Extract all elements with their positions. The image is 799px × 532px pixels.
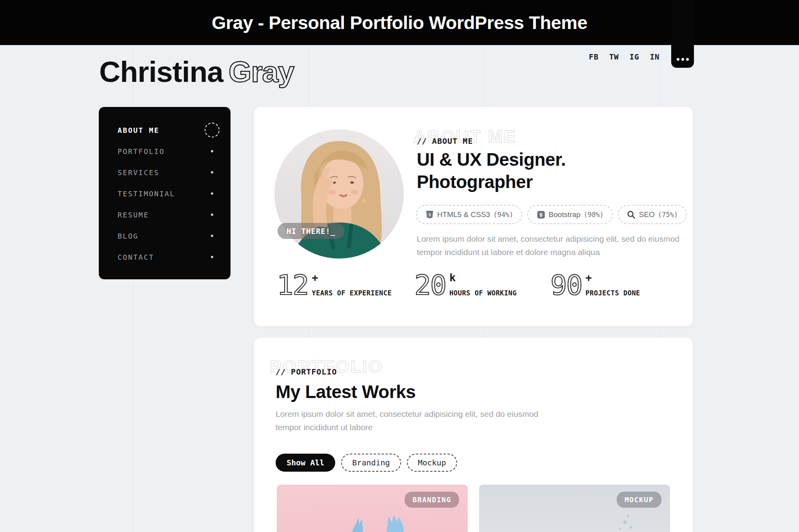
category-badge: BRANDING bbox=[405, 492, 459, 508]
about-section-label: // ABOUT ME bbox=[417, 136, 473, 146]
skill-percent: (75%) bbox=[658, 211, 678, 219]
bullet-dot-icon bbox=[205, 207, 220, 222]
about-heading: UI & UX Designer. Photographer bbox=[417, 148, 566, 193]
stat-value: 12 bbox=[277, 274, 308, 297]
stat-suffix: + bbox=[312, 274, 392, 282]
logo-last-name: Gray bbox=[229, 55, 294, 88]
logo-first-name: Christina bbox=[99, 55, 223, 88]
social-link-facebook[interactable]: FB bbox=[589, 52, 599, 61]
sidebar-menu: ABOUT ME PORTFOLIO SERVICES TESTIMONIAL … bbox=[99, 107, 231, 279]
sparkle-icon bbox=[629, 526, 632, 529]
stat-label: YEARS OF EXPERIENCE bbox=[312, 289, 392, 297]
category-badge: MOCKUP bbox=[617, 492, 661, 508]
bullet-dot-icon bbox=[205, 250, 220, 264]
sidebar-item-portfolio[interactable]: PORTFOLIO bbox=[99, 141, 231, 162]
sidebar-item-label: ABOUT ME bbox=[118, 126, 160, 134]
bullet-dot-icon bbox=[205, 228, 220, 243]
bullet-dot-icon bbox=[205, 165, 220, 180]
social-link-instagram[interactable]: IG bbox=[630, 52, 639, 61]
stat-label: PROJECTS DONE bbox=[585, 289, 640, 297]
about-heading-line2: Photographer bbox=[417, 171, 566, 193]
portfolio-item-mockup[interactable]: MOCKUP bbox=[479, 485, 670, 532]
sidebar-item-blog[interactable]: BLOG bbox=[99, 225, 231, 246]
html5-icon: 5 bbox=[425, 210, 434, 219]
skill-pill-seo: SEO(75%) bbox=[618, 205, 687, 224]
filter-branding-button[interactable]: Branding bbox=[341, 454, 401, 472]
bootstrap-icon: B bbox=[536, 210, 545, 219]
sparkle-icon bbox=[618, 527, 621, 530]
sidebar-item-label: TESTIMONIAL bbox=[118, 190, 175, 198]
social-link-linkedin[interactable]: IN bbox=[650, 52, 660, 61]
profile-photo bbox=[274, 129, 404, 259]
site-logo[interactable]: ChristinaGray bbox=[99, 55, 294, 89]
stat-value: 90 bbox=[550, 274, 582, 297]
skill-name: SEO bbox=[639, 210, 655, 219]
stat-hours-working: 20 k HOURS OF WORKING bbox=[414, 274, 517, 297]
sparkle-icon bbox=[626, 515, 629, 518]
blue-hand-artwork bbox=[347, 517, 366, 532]
sidebar-item-services[interactable]: SERVICES bbox=[99, 162, 231, 183]
bullet-dot-icon bbox=[205, 144, 220, 159]
about-section-card: HI THERE!_ ABOUT ME // ABOUT ME UI & UX … bbox=[254, 107, 693, 326]
stats-row: 12 + YEARS OF EXPERIENCE 20 k HOURS OF W… bbox=[254, 274, 693, 301]
bullet-dot-icon bbox=[205, 186, 220, 201]
social-links: FB TW IG IN bbox=[589, 52, 660, 61]
social-link-twitter[interactable]: TW bbox=[609, 52, 619, 61]
sidebar-item-testimonial[interactable]: TESTIMONIAL bbox=[99, 183, 231, 204]
sidebar-item-resume[interactable]: RESUME bbox=[99, 204, 231, 225]
sparkle-icon bbox=[623, 520, 627, 524]
portfolio-item-branding[interactable]: BRANDING bbox=[277, 485, 468, 532]
stat-years-experience: 12 + YEARS OF EXPERIENCE bbox=[277, 274, 392, 297]
sidebar-item-about-me[interactable]: ABOUT ME bbox=[99, 119, 231, 141]
blue-hand-artwork bbox=[385, 514, 407, 532]
skill-name: Bootstrap bbox=[548, 210, 580, 219]
about-description: Lorem ipsum dolor sit amet, consectetur … bbox=[417, 232, 693, 259]
theme-title: Gray - Personal Portfolio WordPress Them… bbox=[212, 12, 587, 33]
skill-pill-bootstrap: B Bootstrap(98%) bbox=[527, 205, 613, 224]
svg-text:5: 5 bbox=[428, 212, 431, 217]
skill-percent: (98%) bbox=[584, 211, 604, 219]
portfolio-heading: My Latest Works bbox=[276, 381, 416, 403]
active-dashed-circle-icon bbox=[205, 123, 220, 138]
stat-suffix: k bbox=[449, 274, 517, 282]
sidebar-item-label: SERVICES bbox=[118, 168, 160, 177]
filter-show-all-button[interactable]: Show All bbox=[276, 454, 335, 472]
portfolio-filters: Show All Branding Mockup bbox=[276, 454, 457, 472]
skills-row: 5 HTML5 & CSS3(94%) B Bootstrap(98%) SEO… bbox=[416, 205, 687, 224]
portfolio-items: BRANDING MOCKUP bbox=[277, 485, 670, 532]
sidebar-item-label: PORTFOLIO bbox=[118, 147, 165, 156]
svg-text:B: B bbox=[539, 212, 542, 217]
skill-name: HTML5 & CSS3 bbox=[437, 210, 490, 219]
stat-label: HOURS OF WORKING bbox=[449, 289, 517, 297]
sidebar-item-label: CONTACT bbox=[118, 253, 154, 261]
ellipsis-icon bbox=[677, 58, 689, 61]
stat-suffix: + bbox=[585, 274, 640, 282]
portfolio-section-label: // PORTFOLIO bbox=[276, 367, 337, 376]
sidebar-item-label: BLOG bbox=[118, 232, 138, 240]
portrait-illustration bbox=[274, 129, 404, 259]
skill-percent: (94%) bbox=[493, 211, 513, 219]
stat-value: 20 bbox=[414, 274, 446, 297]
portfolio-section-card: PORTFOLIO // PORTFOLIO My Latest Works L… bbox=[254, 338, 693, 532]
portfolio-description: Lorem ipsum dolor sit amet, consectetur … bbox=[276, 407, 552, 434]
about-heading-line1: UI & UX Designer. bbox=[417, 148, 566, 171]
sidebar-item-contact[interactable]: CONTACT bbox=[99, 246, 231, 268]
hi-there-badge: HI THERE!_ bbox=[278, 223, 344, 239]
more-menu-button[interactable] bbox=[671, 0, 694, 68]
filter-mockup-button[interactable]: Mockup bbox=[407, 454, 457, 472]
stat-projects-done: 90 + PROJECTS DONE bbox=[550, 274, 640, 297]
skill-pill-html5: 5 HTML5 & CSS3(94%) bbox=[416, 205, 522, 224]
sidebar-item-label: RESUME bbox=[118, 211, 149, 219]
search-icon bbox=[627, 210, 636, 219]
